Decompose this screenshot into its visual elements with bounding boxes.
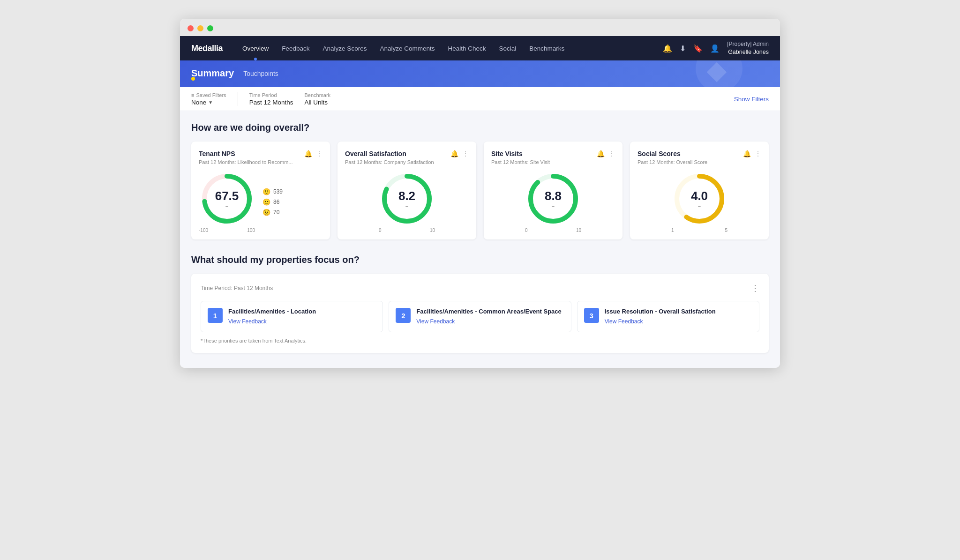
nps-reactions: 🙂 539 😐 86 😟 70 xyxy=(262,188,283,216)
traffic-light-red[interactable] xyxy=(188,25,194,31)
more-options-icon-4[interactable]: ⋮ xyxy=(755,150,761,157)
bookmark-icon[interactable]: 🔖 xyxy=(693,44,703,53)
footnote: *These priorities are taken from Text An… xyxy=(201,338,759,343)
nav-item-overview[interactable]: Overview xyxy=(236,36,275,60)
neutrals-count: 86 xyxy=(273,199,279,205)
social-scores-min: 1 xyxy=(671,228,674,233)
saved-filters-label: ≡ Saved Filters xyxy=(191,92,226,98)
focus-section: Time Period: Past 12 Months ⋮ 1 Faciliti… xyxy=(191,274,769,353)
user-name: Gabrielle Jones xyxy=(727,48,769,56)
tenant-nps-icons: 🔔 ⋮ xyxy=(304,150,322,157)
metric-cards: Tenant NPS 🔔 ⋮ Past 12 Months: Likelihoo… xyxy=(191,142,769,239)
nps-value: 67.5 xyxy=(215,189,239,203)
focus-text-3: Issue Resolution - Overall Satisfaction … xyxy=(605,308,752,325)
site-visits-label: 8.8 = xyxy=(545,189,562,209)
browser-chrome xyxy=(180,19,780,36)
tenant-nps-header: Tenant NPS 🔔 ⋮ xyxy=(199,150,322,157)
focus-section-title: What should my properties focus on? xyxy=(191,254,769,265)
overall-sat-label: 8.2 = xyxy=(398,189,415,209)
saved-filters-group: ≡ Saved Filters None ▼ xyxy=(191,92,226,106)
user-icon[interactable]: 👤 xyxy=(710,44,720,53)
nps-range: -100 100 xyxy=(199,228,255,233)
site-visits-max: 10 xyxy=(576,228,581,233)
site-visits-min: 0 xyxy=(525,228,528,233)
focus-num-2: 2 xyxy=(396,308,411,323)
nav-item-analyze-comments[interactable]: Analyze Comments xyxy=(373,36,441,60)
bell-icon[interactable]: 🔔 xyxy=(663,44,672,53)
nav-item-analyze-scores[interactable]: Analyze Scores xyxy=(316,36,374,60)
overall-sat-value: 8.2 xyxy=(398,189,415,203)
site-visits-header: Site Visits 🔔 ⋮ xyxy=(491,150,615,157)
site-visits-eq: = xyxy=(545,202,562,208)
download-icon[interactable]: ⬇ xyxy=(680,44,686,53)
nps-content: 67.5 = -100 100 🙂 539 xyxy=(199,171,322,233)
detractors-row: 😟 70 xyxy=(262,209,283,216)
focus-link-1[interactable]: View Feedback xyxy=(228,318,267,325)
nav-item-benchmarks[interactable]: Benchmarks xyxy=(523,36,571,60)
filter-divider-1 xyxy=(238,92,238,106)
benchmark-value[interactable]: All Units xyxy=(304,99,330,106)
time-period-group: Time Period Past 12 Months xyxy=(249,92,293,106)
nps-max: 100 xyxy=(247,228,255,233)
traffic-light-yellow[interactable] xyxy=(197,25,203,31)
benchmark-group: Benchmark All Units xyxy=(304,92,330,106)
nav-items: Overview Feedback Analyze Scores Analyze… xyxy=(236,36,663,60)
nps-min: -100 xyxy=(199,228,208,233)
overall-sat-min: 0 xyxy=(379,228,382,233)
more-options-icon[interactable]: ⋮ xyxy=(316,150,322,157)
social-scores-title: Social Scores xyxy=(638,150,681,157)
social-scores-value: 4.0 xyxy=(691,189,708,203)
more-options-icon-2[interactable]: ⋮ xyxy=(462,150,469,157)
social-scores-card: Social Scores 🔔 ⋮ Past 12 Months: Overal… xyxy=(630,142,769,239)
sub-header: Summary Touchpoints xyxy=(180,60,780,87)
overall-sat-title: Overall Satisfaction xyxy=(345,150,406,157)
benchmark-label: Benchmark xyxy=(304,92,330,98)
focus-num-3: 3 xyxy=(584,308,599,323)
site-visits-range: 0 10 xyxy=(525,228,581,233)
tenant-nps-title: Tenant NPS xyxy=(199,150,235,157)
focus-header: Time Period: Past 12 Months ⋮ xyxy=(201,283,759,293)
page-title: Summary xyxy=(191,68,234,79)
overall-sat-gauge-wrap: 8.2 = xyxy=(379,171,435,227)
focus-name-3: Issue Resolution - Overall Satisfaction xyxy=(605,308,752,315)
social-scores-icons: 🔔 ⋮ xyxy=(743,150,761,157)
bell-card-icon-4[interactable]: 🔔 xyxy=(743,150,751,157)
bell-card-icon-2[interactable]: 🔔 xyxy=(450,150,458,157)
neutrals-row: 😐 86 xyxy=(262,198,283,206)
more-options-icon-3[interactable]: ⋮ xyxy=(608,150,615,157)
overall-sat-eq: = xyxy=(398,202,415,208)
site-visits-icons: 🔔 ⋮ xyxy=(597,150,615,157)
focus-menu-icon[interactable]: ⋮ xyxy=(751,283,759,293)
nav-item-health-check[interactable]: Health Check xyxy=(441,36,492,60)
smile-icon: 🙂 xyxy=(262,188,270,195)
user-info: [Property] Admin Gabrielle Jones xyxy=(727,41,769,56)
social-scores-gauge: 4.0 = 1 5 xyxy=(638,171,761,233)
focus-time-period: Time Period: Past 12 Months xyxy=(201,285,273,291)
user-role: [Property] Admin xyxy=(727,41,769,48)
nav-right: 🔔 ⬇ 🔖 👤 [Property] Admin Gabrielle Jones xyxy=(663,41,769,56)
social-scores-range: 1 5 xyxy=(671,228,728,233)
focus-text-2: Facilities/Amenities - Common Areas/Even… xyxy=(416,308,564,325)
focus-link-2[interactable]: View Feedback xyxy=(416,318,455,325)
saved-filters-value[interactable]: None ▼ xyxy=(191,99,226,106)
detractors-count: 70 xyxy=(273,209,279,216)
focus-item-3: 3 Issue Resolution - Overall Satisfactio… xyxy=(577,301,759,332)
time-period-label: Time Period xyxy=(249,92,293,98)
bell-card-icon-3[interactable]: 🔔 xyxy=(597,150,605,157)
traffic-light-green[interactable] xyxy=(207,25,213,31)
show-filters-button[interactable]: Show Filters xyxy=(734,96,769,103)
site-visits-subtitle: Past 12 Months: Site Visit xyxy=(491,159,615,165)
nav-item-social[interactable]: Social xyxy=(492,36,523,60)
touchpoints-tab[interactable]: Touchpoints xyxy=(243,70,278,77)
overall-sat-range: 0 10 xyxy=(379,228,435,233)
time-period-value[interactable]: Past 12 Months xyxy=(249,99,293,106)
bell-card-icon[interactable]: 🔔 xyxy=(304,150,312,157)
tenant-nps-subtitle: Past 12 Months: Likelihood to Recomm... xyxy=(199,159,322,165)
site-visits-card: Site Visits 🔔 ⋮ Past 12 Months: Site Vis… xyxy=(484,142,622,239)
nav-item-feedback[interactable]: Feedback xyxy=(275,36,316,60)
site-visits-gauge-wrap: 8.8 = xyxy=(525,171,581,227)
focus-link-3[interactable]: View Feedback xyxy=(605,318,643,325)
overall-sat-gauge: 8.2 = 0 10 xyxy=(345,171,469,233)
site-visits-value: 8.8 xyxy=(545,189,562,203)
overall-sat-subtitle: Past 12 Months: Company Satisfaction xyxy=(345,159,469,165)
